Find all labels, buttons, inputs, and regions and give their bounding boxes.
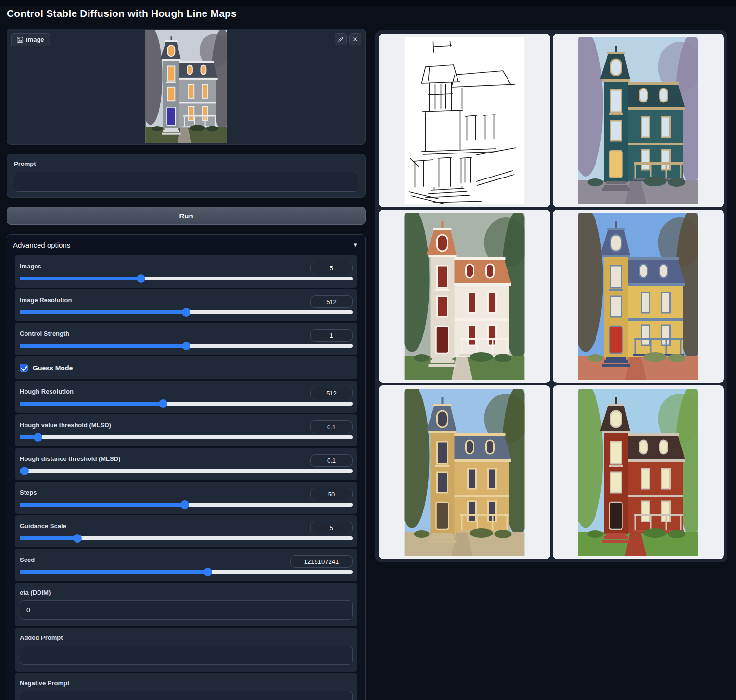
slider-thumb[interactable] bbox=[137, 274, 145, 283]
hough-distance-threshold-input[interactable] bbox=[310, 454, 353, 467]
gallery-item-golden-house[interactable] bbox=[379, 385, 550, 559]
slider-row-image-resolution: Image Resolution bbox=[15, 289, 357, 321]
added-prompt-row: Added Prompt bbox=[15, 628, 357, 672]
close-icon bbox=[353, 37, 358, 42]
slider-label: Hough value threshold (MLSD) bbox=[20, 421, 111, 429]
hough-distance-threshold-slider[interactable] bbox=[20, 469, 353, 473]
seed-value-input[interactable] bbox=[290, 555, 353, 568]
gallery-item-white-house[interactable] bbox=[379, 210, 550, 383]
image-icon bbox=[17, 37, 23, 43]
hough-resolution-value-input[interactable] bbox=[310, 387, 353, 399]
slider-label: Seed bbox=[20, 556, 35, 563]
page-title: Control Stable Diffusion with Hough Line… bbox=[7, 8, 237, 19]
prompt-input[interactable] bbox=[14, 172, 358, 192]
advanced-options-panel: Advanced options ▼ Images Image Resoluti… bbox=[7, 234, 366, 700]
slider-thumb[interactable] bbox=[180, 500, 189, 509]
added-prompt-input[interactable] bbox=[20, 646, 353, 665]
slider-row-images: Images bbox=[15, 255, 357, 288]
edit-image-button[interactable] bbox=[335, 33, 347, 45]
slider-thumb[interactable] bbox=[182, 342, 190, 350]
negative-prompt-row: Negative Prompt bbox=[15, 673, 357, 700]
hough-value-threshold-slider[interactable] bbox=[20, 435, 353, 439]
result-gallery bbox=[375, 30, 727, 562]
generated-image-golden-house bbox=[403, 389, 526, 556]
control-strength-slider[interactable] bbox=[20, 344, 353, 348]
slider-fill bbox=[20, 344, 186, 348]
slider-fill bbox=[20, 277, 141, 280]
steps-slider[interactable] bbox=[20, 503, 353, 507]
generated-image-white-house bbox=[403, 213, 526, 380]
images-slider[interactable] bbox=[20, 277, 353, 280]
input-image-panel: Image bbox=[7, 29, 366, 145]
slider-row-hough-value-threshold: Hough value threshold (MLSD) bbox=[15, 414, 357, 446]
image-resolution-value-input[interactable] bbox=[310, 295, 353, 308]
gallery-item-hough-line-map[interactable] bbox=[379, 34, 550, 207]
prompt-label: Prompt bbox=[14, 160, 358, 167]
gallery-item-brick-house[interactable] bbox=[553, 385, 724, 559]
slider-row-guidance-scale: Guidance Scale bbox=[15, 515, 357, 547]
guess-mode-checkbox[interactable] bbox=[20, 364, 28, 372]
guess-mode-label: Guess Mode bbox=[33, 364, 73, 372]
slider-fill bbox=[20, 310, 186, 314]
image-resolution-slider[interactable] bbox=[20, 310, 353, 314]
slider-label: Images bbox=[20, 263, 41, 270]
eta-ddim-input[interactable] bbox=[20, 600, 353, 620]
control-strength-value-input[interactable] bbox=[310, 329, 353, 342]
input-image-tab-label: Image bbox=[26, 36, 44, 43]
run-button[interactable]: Run bbox=[7, 207, 366, 225]
top-strip bbox=[0, 0, 736, 6]
hough-resolution-slider[interactable] bbox=[20, 402, 353, 406]
advanced-options-title: Advanced options bbox=[13, 241, 70, 249]
chevron-down-icon: ▼ bbox=[352, 242, 358, 249]
slider-label: Guidance Scale bbox=[20, 522, 66, 530]
slider-label: Image Resolution bbox=[20, 296, 72, 304]
slider-label: Hough distance threshold (MLSD) bbox=[20, 455, 120, 462]
gallery-item-teal-house[interactable] bbox=[553, 34, 724, 207]
generated-image-yellow-house bbox=[577, 213, 699, 380]
slider-row-hough-resolution: Hough Resolution bbox=[15, 381, 357, 413]
generated-image-brick-house bbox=[577, 389, 699, 556]
added-prompt-label: Added Prompt bbox=[20, 634, 353, 641]
slider-label: Hough Resolution bbox=[20, 388, 74, 395]
slider-fill bbox=[20, 570, 208, 574]
eta-ddim-label: eta (DDIM) bbox=[20, 589, 353, 596]
slider-label: Control Strength bbox=[20, 330, 69, 337]
advanced-options-accordion[interactable]: Advanced options ▼ bbox=[7, 235, 365, 255]
slider-fill bbox=[20, 402, 163, 406]
guidance-scale-value-input[interactable] bbox=[310, 522, 353, 534]
clear-image-button[interactable] bbox=[349, 33, 361, 45]
slider-thumb[interactable] bbox=[203, 568, 212, 576]
slider-fill bbox=[20, 503, 185, 507]
eta-ddim-row: eta (DDIM) bbox=[15, 583, 357, 626]
images-value-input[interactable] bbox=[310, 262, 353, 274]
slider-thumb[interactable] bbox=[73, 534, 82, 543]
slider-row-seed: Seed bbox=[15, 549, 357, 581]
slider-thumb[interactable] bbox=[159, 399, 167, 408]
generated-image-teal-house bbox=[577, 37, 699, 204]
slider-row-steps: Steps bbox=[15, 482, 357, 514]
hough-line-map-image bbox=[403, 37, 526, 204]
input-image-tab[interactable]: Image bbox=[11, 33, 50, 46]
slider-fill bbox=[20, 536, 77, 540]
guess-mode-row: Guess Mode bbox=[15, 356, 357, 379]
pencil-icon bbox=[338, 36, 344, 42]
input-image-photo[interactable] bbox=[142, 30, 230, 143]
slider-row-control-strength: Control Strength bbox=[15, 323, 357, 355]
guidance-scale-slider[interactable] bbox=[20, 536, 353, 540]
gallery-item-yellow-house[interactable] bbox=[553, 210, 724, 383]
slider-label: Steps bbox=[20, 489, 37, 496]
slider-row-hough-distance-threshold: Hough distance threshold (MLSD) bbox=[15, 448, 357, 480]
seed-slider[interactable] bbox=[20, 570, 353, 574]
slider-thumb[interactable] bbox=[20, 467, 29, 475]
negative-prompt-input[interactable] bbox=[20, 691, 353, 700]
steps-value-input[interactable] bbox=[310, 488, 353, 500]
slider-thumb[interactable] bbox=[182, 308, 190, 317]
negative-prompt-label: Negative Prompt bbox=[20, 679, 353, 687]
prompt-panel: Prompt bbox=[7, 154, 366, 198]
hough-value-threshold-input[interactable] bbox=[310, 420, 353, 433]
slider-thumb[interactable] bbox=[34, 433, 42, 442]
